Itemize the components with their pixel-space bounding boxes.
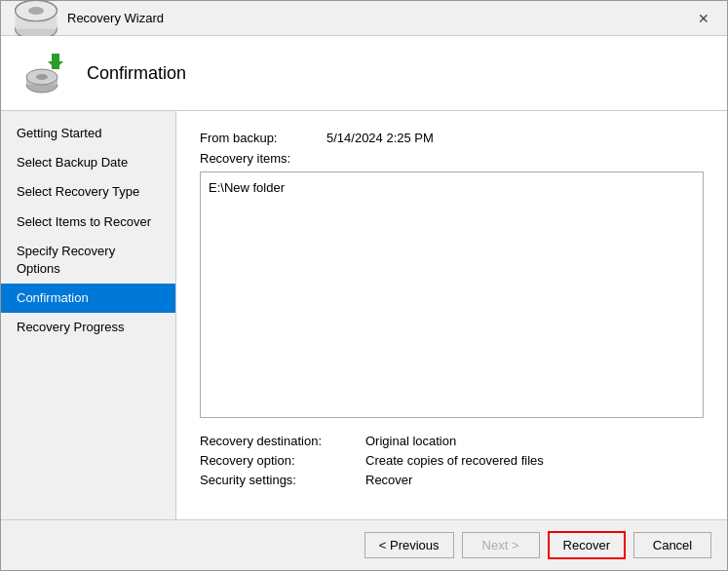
page-header: Confirmation (1, 36, 727, 111)
recovery-items-box: E:\New folder (200, 171, 704, 418)
title-bar: Recovery Wizard ✕ (1, 1, 727, 36)
close-button[interactable]: ✕ (692, 7, 715, 30)
title-bar-title: Recovery Wizard (67, 11, 164, 25)
recovery-items-row: Recovery items: (200, 151, 704, 166)
from-backup-label: From backup: (200, 131, 326, 145)
dialog-body: Getting Started Select Backup Date Selec… (1, 111, 727, 519)
nav-item-confirmation[interactable]: Confirmation (1, 284, 175, 313)
security-settings-row: Security settings: Recover (200, 473, 704, 487)
security-settings-label: Security settings: (200, 473, 365, 487)
nav-item-recovery-progress[interactable]: Recovery Progress (1, 313, 175, 342)
page-title: Confirmation (87, 63, 186, 84)
nav-item-select-backup-date[interactable]: Select Backup Date (1, 148, 175, 177)
footer: < Previous Next > Recover Cancel (1, 519, 727, 570)
nav-item-select-recovery-type[interactable]: Select Recovery Type (1, 177, 175, 207)
backup-icon (20, 48, 71, 98)
nav-item-specify-recovery-options[interactable]: Specify Recovery Options (1, 237, 175, 284)
recovery-items-content: E:\New folder (209, 180, 285, 195)
security-settings-value: Recover (365, 473, 412, 487)
recovery-destination-row: Recovery destination: Original location (200, 434, 704, 448)
recovery-destination-value: Original location (365, 434, 456, 448)
nav-item-select-items[interactable]: Select Items to Recover (1, 208, 175, 237)
dialog-window: Recovery Wizard ✕ Confirmation Getting S… (0, 0, 728, 571)
svg-rect-10 (52, 61, 59, 69)
previous-button[interactable]: < Previous (364, 532, 454, 558)
from-backup-row: From backup: 5/14/2024 2:25 PM (200, 131, 704, 145)
svg-point-8 (36, 74, 48, 80)
recovery-items-label: Recovery items: (200, 151, 326, 166)
details-section: Recovery destination: Original location … (200, 434, 704, 492)
header-icon (20, 48, 71, 98)
nav-item-getting-started[interactable]: Getting Started (1, 119, 175, 148)
left-nav: Getting Started Select Backup Date Selec… (1, 111, 176, 519)
recovery-option-value: Create copies of recovered files (365, 453, 544, 468)
right-panel: From backup: 5/14/2024 2:25 PM Recovery … (176, 111, 727, 519)
cancel-button[interactable]: Cancel (633, 532, 711, 558)
recovery-option-label: Recovery option: (200, 453, 365, 468)
svg-point-4 (28, 7, 44, 15)
from-backup-value: 5/14/2024 2:25 PM (326, 131, 434, 145)
next-button[interactable]: Next > (462, 532, 540, 558)
recovery-destination-label: Recovery destination: (200, 434, 365, 448)
recovery-option-row: Recovery option: Create copies of recove… (200, 453, 704, 468)
recover-button[interactable]: Recover (548, 531, 626, 559)
